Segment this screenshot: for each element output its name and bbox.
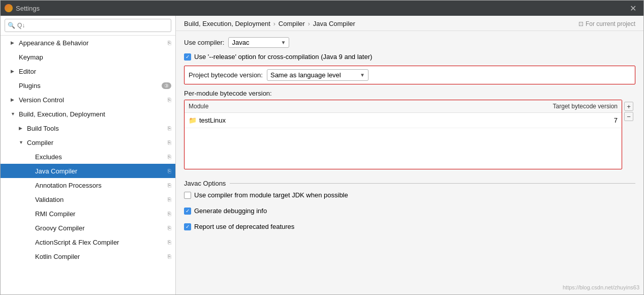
breadcrumb-sep-2: › [308,20,310,27]
sidebar-item-validation[interactable]: Validation ⎘ [1,192,175,206]
release-option-label: Use '--release' option for cross-compila… [194,53,372,61]
nav-item-left: Kotlin Compiler [27,253,80,260]
search-input[interactable] [5,19,171,32]
copy-icon: ⎘ [168,225,171,231]
col-version: Target bytecode version [530,100,622,112]
module-table-container: Module Target bytecode version 📁 testLin… [184,100,635,174]
javac-option-module-target-jdk: ✓ Use compiler from module target JDK wh… [184,191,635,199]
debugging-info-label: Generate debugging info [194,207,267,215]
javac-section-label: Javac Options [184,180,226,187]
nav-tree: ▶ Appearance & Behavior ⎘ Keymap ▶ [1,36,175,294]
sidebar-item-rmi-compiler[interactable]: RMI Compiler ⎘ [1,206,175,221]
table-side-buttons: + − [622,100,635,123]
module-table: Module Target bytecode version 📁 testLin… [184,100,622,169]
arrow-icon: ▶ [11,40,17,45]
arrow-icon: ▶ [11,97,17,102]
titlebar-left: Settings [5,4,40,12]
nav-item-left: ▶ Editor [11,68,36,75]
nav-item-left: RMI Compiler [27,210,75,218]
copy-icon: ⎘ [168,97,171,103]
module-version-cell: 7 [530,114,622,126]
arrow-icon: ▼ [19,140,25,145]
compiler-select[interactable]: Javac ▼ [228,37,289,48]
copy-icon: ⎘ [168,182,171,188]
sidebar-item-editor[interactable]: ▶ Editor [1,64,175,78]
copy-icon: ⎘ [168,154,171,160]
main-panel: Build, Execution, Deployment › Compiler … [176,16,643,294]
sidebar-item-version-control[interactable]: ▶ Version Control ⎘ [1,93,175,107]
folder-icon: 📁 [189,116,197,124]
sidebar-label: Version Control [19,96,64,104]
nav-item-left: ▼ Build, Execution, Deployment [11,110,105,118]
nav-item-left: Java Compiler [27,167,77,175]
sidebar-item-java-compiler[interactable]: Java Compiler ⎘ [1,164,175,178]
nav-item-left: ActionScript & Flex Compiler [27,239,119,246]
watermark: https://blog.csdn.net/zhuyins63 [563,284,639,290]
sidebar-item-actionscript-compiler[interactable]: ActionScript & Flex Compiler ⎘ [1,235,175,249]
use-compiler-label: Use compiler: [184,39,224,46]
module-name: testLinux [199,116,226,124]
check-icon: ✓ [186,54,190,60]
table-row[interactable]: 📁 testLinux 7 [185,113,622,128]
sidebar-label: Compiler [27,139,53,146]
breadcrumb-bar: Build, Execution, Deployment › Compiler … [176,16,643,31]
copy-icon: ⎘ [168,211,171,217]
sidebar-item-compiler[interactable]: ▼ Compiler ⎘ [1,135,175,150]
sidebar-item-annotation-processors[interactable]: Annotation Processors ⎘ [1,178,175,192]
per-module-label: Per-module bytecode version: [184,90,635,97]
sidebar-label: Kotlin Compiler [35,253,80,260]
sidebar-label: Appearance & Behavior [19,39,88,47]
compiler-value: Javac [232,39,249,46]
nav-item-left: ▶ Appearance & Behavior [11,39,88,47]
divider-line [230,183,635,184]
project-bytecode-dropdown[interactable]: Same as language level ▼ [267,69,369,81]
sidebar: 🔍 ▶ Appearance & Behavior ⎘ [1,16,176,294]
arrow-icon: ▶ [19,126,25,131]
sidebar-item-groovy-compiler[interactable]: Groovy Compiler ⎘ [1,221,175,235]
deprecated-features-checkbox[interactable]: ✓ [184,223,191,230]
sidebar-label: Java Compiler [35,167,77,175]
sidebar-label: Annotation Processors [35,182,102,189]
breadcrumb-sep-1: › [273,20,275,27]
use-compiler-row: Use compiler: Javac ▼ [184,37,635,48]
release-option-row: ✓ Use '--release' option for cross-compi… [184,53,635,61]
search-box: 🔍 [1,16,175,36]
close-button[interactable]: ✕ [627,3,639,14]
search-icon: 🔍 [8,22,15,29]
sidebar-item-plugins[interactable]: Plugins ③ [1,78,175,93]
add-row-button[interactable]: + [624,102,633,111]
sidebar-item-appearance[interactable]: ▶ Appearance & Behavior ⎘ [1,36,175,50]
panel-content: Use compiler: Javac ▼ ✓ Use '--release' … [176,31,643,294]
copy-icon: ⎘ [168,196,171,202]
sidebar-item-build-execution[interactable]: ▼ Build, Execution, Deployment [1,107,175,121]
sidebar-item-build-tools[interactable]: ▶ Build Tools ⎘ [1,121,175,135]
copy-icon: ⎘ [168,168,171,174]
sidebar-label: Build, Execution, Deployment [19,110,105,118]
for-project: ⊡ For current project [578,20,635,27]
copy-icon: ⎘ [168,253,171,259]
nav-item-left: Annotation Processors [27,182,102,189]
remove-row-button[interactable]: − [624,112,633,121]
sidebar-label: Groovy Compiler [35,224,85,232]
sidebar-item-keymap[interactable]: Keymap [1,50,175,64]
titlebar: Settings ✕ [1,1,643,16]
debugging-info-checkbox[interactable]: ✓ [184,208,191,215]
check-icon: ✓ [186,208,190,214]
for-project-label: For current project [586,20,635,27]
project-bytecode-section: Project bytecode version: Same as langua… [184,66,635,84]
javac-option-debugging-info: ✓ Generate debugging info [184,207,635,215]
settings-window: Settings ✕ 🔍 ▶ Appearance & Behavior [0,0,644,295]
nav-item-left: ▶ Build Tools [19,125,59,132]
sidebar-item-excludes[interactable]: Excludes ⎘ [1,150,175,164]
sidebar-label: Excludes [35,153,62,161]
col-module: Module [185,100,530,112]
module-jdk-checkbox[interactable]: ✓ [184,192,191,199]
nav-item-left: Validation [27,196,64,203]
dropdown-arrow-icon: ▼ [281,40,286,45]
app-icon [5,4,13,12]
release-checkbox[interactable]: ✓ [184,53,191,61]
content-area: 🔍 ▶ Appearance & Behavior ⎘ [1,16,643,294]
deprecated-features-label: Report use of deprecated features [194,223,294,230]
copy-icon: ⎘ [168,139,171,145]
sidebar-item-kotlin-compiler[interactable]: Kotlin Compiler ⎘ [1,249,175,263]
